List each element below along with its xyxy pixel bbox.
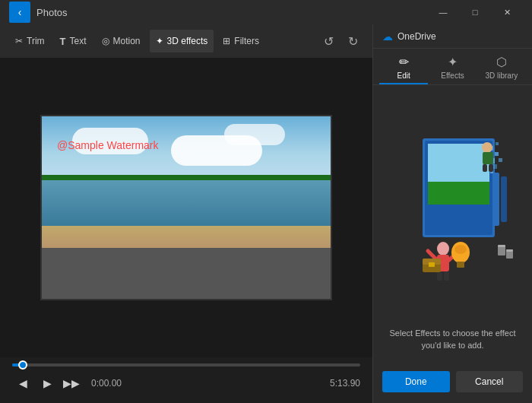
toolbar: ✂ Trim T Text ◎ Motion ✦ 3D effects ⊞ Fi… bbox=[0, 24, 372, 58]
right-panel: ☁ OneDrive ✏ Edit ✦ Effects ⬡ 3D library bbox=[372, 24, 532, 403]
3dlibrary-tab-label: 3D library bbox=[485, 71, 518, 80]
edit-tab-label: Edit bbox=[397, 71, 410, 80]
tab-effects[interactable]: ✦ Effects bbox=[428, 49, 477, 84]
total-time: 5:13.90 bbox=[330, 378, 360, 389]
beach-layer bbox=[42, 226, 331, 248]
3d-illustration bbox=[388, 131, 518, 283]
current-time: 0:00.00 bbox=[91, 378, 122, 389]
illustration-area bbox=[373, 85, 532, 328]
title-bar-controls: — □ ✕ bbox=[427, 0, 523, 24]
svg-point-20 bbox=[454, 245, 467, 254]
svg-rect-32 bbox=[429, 262, 435, 267]
ocean-layer bbox=[42, 180, 331, 226]
onedrive-tabs: ✏ Edit ✦ Effects ⬡ 3D library bbox=[373, 49, 532, 85]
motion-icon: ◎ bbox=[102, 36, 109, 46]
svg-rect-16 bbox=[444, 271, 449, 281]
app-title: Photos bbox=[36, 7, 67, 18]
undo-button[interactable]: ↺ bbox=[318, 30, 339, 52]
svg-rect-25 bbox=[489, 164, 493, 172]
fast-forward-button[interactable]: ▶▶ bbox=[61, 373, 82, 394]
filters-icon: ⊞ bbox=[223, 36, 230, 46]
svg-rect-28 bbox=[506, 251, 513, 259]
controls-row: ◀ ▶ ▶▶ 0:00.00 5:13.90 bbox=[12, 373, 360, 394]
svg-rect-7 bbox=[496, 142, 499, 145]
3d-effects-icon: ✦ bbox=[156, 36, 163, 46]
svg-rect-11 bbox=[493, 173, 499, 226]
onedrive-header: ☁ OneDrive bbox=[373, 24, 532, 49]
rewind-button[interactable]: ◀ bbox=[12, 373, 33, 394]
video-watermark: @Sample Watermark bbox=[57, 139, 159, 151]
effects-tab-label: Effects bbox=[441, 71, 464, 80]
progress-thumb[interactable] bbox=[18, 360, 27, 370]
done-button[interactable]: Done bbox=[382, 371, 450, 392]
text-button[interactable]: T Text bbox=[54, 30, 93, 52]
caption-area: Select Effects to choose the effect you'… bbox=[373, 328, 532, 363]
video-frame: @Sample Watermark bbox=[40, 115, 332, 300]
cancel-button[interactable]: Cancel bbox=[456, 371, 524, 392]
redo-button[interactable]: ↻ bbox=[342, 30, 363, 52]
video-canvas: @Sample Watermark bbox=[42, 116, 331, 299]
title-bar-left: ‹ Photos bbox=[9, 2, 427, 23]
tab-edit[interactable]: ✏ Edit bbox=[379, 49, 428, 84]
svg-rect-27 bbox=[498, 245, 505, 247]
cloud3 bbox=[171, 135, 262, 166]
progress-bar-container bbox=[12, 363, 360, 367]
3d-effects-button[interactable]: ✦ 3D effects bbox=[150, 30, 214, 52]
svg-point-13 bbox=[437, 242, 449, 255]
close-button[interactable]: ✕ bbox=[491, 0, 523, 24]
onedrive-cloud-icon: ☁ bbox=[382, 30, 393, 43]
title-bar: ‹ Photos — □ ✕ bbox=[0, 0, 532, 24]
maximize-button[interactable]: □ bbox=[459, 0, 491, 24]
left-panel: ✂ Trim T Text ◎ Motion ✦ 3D effects ⊞ Fi… bbox=[0, 24, 372, 403]
svg-rect-24 bbox=[483, 164, 487, 172]
playback-area: ◀ ▶ ▶▶ 0:00.00 5:13.90 bbox=[0, 357, 372, 403]
undo-redo-group: ↺ ↻ bbox=[318, 30, 363, 52]
motion-button[interactable]: ◎ Motion bbox=[96, 30, 147, 52]
edit-tab-icon: ✏ bbox=[399, 55, 409, 69]
svg-rect-9 bbox=[499, 158, 502, 162]
play-button[interactable]: ▶ bbox=[36, 373, 58, 394]
svg-rect-29 bbox=[506, 249, 513, 252]
tab-3d-library[interactable]: ⬡ 3D library bbox=[477, 49, 526, 84]
play-controls: ◀ ▶ ▶▶ bbox=[12, 373, 82, 394]
progress-track[interactable] bbox=[12, 363, 360, 367]
filters-button[interactable]: ⊞ Filters bbox=[217, 30, 265, 52]
svg-point-22 bbox=[482, 142, 492, 153]
svg-rect-26 bbox=[498, 246, 505, 255]
svg-rect-23 bbox=[483, 152, 493, 164]
ground-layer bbox=[42, 248, 331, 299]
main-layout: ✂ Trim T Text ◎ Motion ✦ 3D effects ⊞ Fi… bbox=[0, 24, 532, 403]
trim-button[interactable]: ✂ Trim bbox=[9, 30, 51, 52]
canvas-area: @Sample Watermark bbox=[0, 58, 372, 357]
action-buttons: Done Cancel bbox=[373, 363, 532, 403]
text-icon: T bbox=[60, 36, 66, 47]
svg-rect-12 bbox=[501, 176, 507, 222]
svg-rect-21 bbox=[457, 262, 464, 268]
effects-tab-icon: ✦ bbox=[448, 55, 458, 69]
onedrive-title: OneDrive bbox=[397, 31, 436, 42]
back-button[interactable]: ‹ bbox=[9, 2, 30, 23]
caption-text: Select Effects to choose the effect you'… bbox=[385, 328, 520, 351]
minimize-button[interactable]: — bbox=[427, 0, 459, 24]
svg-rect-5 bbox=[495, 152, 499, 156]
3dlibrary-tab-icon: ⬡ bbox=[496, 55, 507, 69]
svg-rect-15 bbox=[437, 271, 442, 281]
svg-rect-3 bbox=[428, 182, 489, 205]
trim-icon: ✂ bbox=[15, 36, 23, 46]
